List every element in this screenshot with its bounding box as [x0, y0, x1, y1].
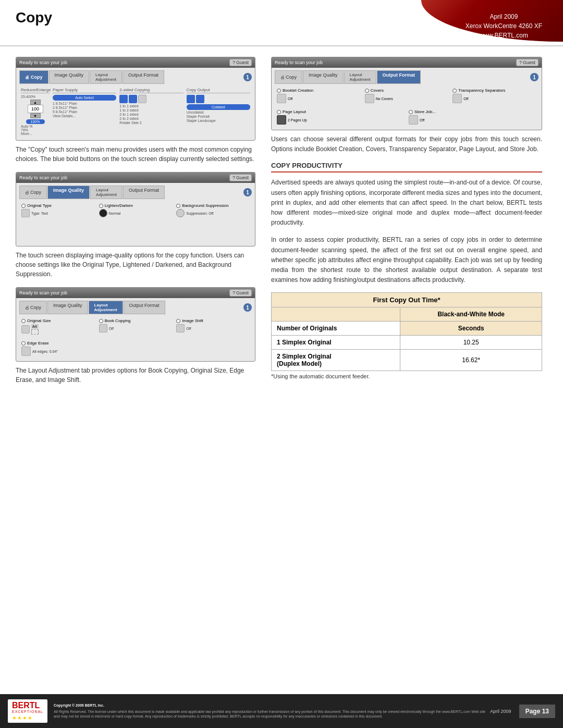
edge-erase-value: All edges: 0.04" — [32, 350, 58, 353]
store-job-icon — [409, 115, 418, 125]
table-row-1-label: 1 Simplex Original — [272, 336, 400, 350]
image-shift-icon — [176, 324, 185, 332]
lighten-darken-section: Lighten/Darken Normal — [99, 203, 173, 241]
covers-value: No Covers — [376, 97, 393, 101]
table-empty-header — [272, 307, 400, 322]
lighten-label: Lighten/Darken — [105, 203, 133, 208]
bg-suppression-radio[interactable] — [176, 204, 180, 208]
paper-5[interactable]: 5 8.5x11" Plain — [53, 110, 116, 114]
main-content: Ready to scan your job ? Guest 🖨 Copy Im… — [0, 46, 563, 403]
guest-btn-2[interactable]: ? Guest — [229, 174, 252, 181]
two-sided-1to2[interactable]: 1 to 2 sided — [119, 108, 183, 112]
output-uncollated[interactable]: Uncollated — [187, 110, 250, 114]
tab-output-format-1[interactable]: Output Format — [123, 70, 164, 84]
footer-legal: Copyright © 2009 BERTL Inc. All Rights R… — [54, 703, 490, 719]
reduce-auto[interactable]: Auto % — [21, 125, 50, 128]
guest-btn-4[interactable]: ? Guest — [516, 59, 538, 66]
guest-btn-3[interactable]: ? Guest — [229, 289, 252, 297]
copy-panel-4: Ready to scan your job ? Guest 🖨 Copy Im… — [271, 57, 542, 130]
tab-layout-4[interactable]: LayoutAdjustment — [344, 70, 376, 84]
panel1-header: Ready to scan your job ? Guest — [16, 57, 255, 68]
tab-number-4: 1 — [530, 73, 538, 81]
bg-suppression-label: Background Suppression — [182, 203, 228, 208]
lighten-radio[interactable] — [99, 204, 103, 208]
tab-layout-3[interactable]: LayoutAdjustment — [89, 301, 123, 314]
star-1: ★ — [12, 715, 17, 721]
paper-1[interactable]: 1 8.5x11" Plain — [53, 102, 116, 105]
tab-output-format-2[interactable]: Output Format — [123, 186, 165, 199]
page-layout-radio[interactable] — [277, 110, 281, 114]
booklet-icon — [277, 94, 286, 103]
guest-btn-1[interactable]: ? Guest — [229, 59, 252, 66]
output-collated[interactable]: Collated — [187, 104, 250, 110]
original-type-radio[interactable] — [21, 204, 26, 208]
tab-copy-2[interactable]: 🖨 Copy — [19, 186, 47, 199]
reduce-label: Reduce/Enlarge — [21, 88, 50, 93]
original-size-icon — [21, 325, 30, 334]
tab-layout-1[interactable]: LayoutAdjustment — [90, 70, 122, 84]
output-staple-portrait[interactable]: Staple Portrait — [187, 115, 250, 118]
store-job-value: Off — [420, 118, 424, 122]
edge-erase-radio[interactable] — [21, 341, 26, 346]
ready-text-1: Ready to scan your job — [19, 60, 67, 65]
page-footer: BERTL EXCEPTIONAL ★ ★ ★ ★ Copyright © 20… — [0, 694, 563, 728]
paper-auto[interactable]: Auto Select — [53, 95, 116, 101]
tab-image-quality-4[interactable]: Image Quality — [303, 70, 344, 84]
book-copying-radio[interactable] — [99, 319, 103, 323]
two-sided-1to1[interactable]: 1 to 1 sided — [119, 104, 183, 108]
bg-value: Suppression: Off — [186, 212, 213, 215]
tab-output-format-4[interactable]: Output Format — [377, 70, 421, 84]
page-layout-icon — [277, 115, 286, 125]
reduce-more[interactable]: More... — [21, 132, 50, 135]
output-icon-1 — [187, 95, 195, 103]
panel4-header: Ready to scan your job ? Guest — [272, 57, 542, 68]
reduce-value[interactable]: 100 — [28, 105, 43, 113]
original-size-label: Original Size — [27, 318, 51, 323]
reduce-up[interactable]: ▲ — [30, 100, 41, 105]
tab-copy-3[interactable]: 🖨 Copy — [19, 301, 47, 314]
logo-sub: EXCEPTIONAL — [12, 710, 43, 713]
two-sided-2to1[interactable]: 2 to 1 sided — [119, 113, 183, 116]
original-size-radio[interactable] — [21, 319, 26, 323]
image-shift-radio[interactable] — [176, 319, 180, 323]
image-shift-label: Image Shift — [182, 318, 203, 323]
two-sided-2to2[interactable]: 2 to 2 sided — [119, 117, 183, 120]
page-layout-value: 2 Pages Up — [288, 118, 307, 122]
reduce-78[interactable]: 78% — [21, 128, 50, 132]
store-job-radio[interactable] — [409, 110, 413, 114]
tab-output-format-3[interactable]: Output Format — [124, 301, 165, 314]
two-sided-rotate[interactable]: Rotate Side 2 — [119, 121, 183, 125]
reduce-100[interactable]: 100% — [26, 119, 45, 124]
page-layout-section: Page Layout 2 Pages Up — [277, 109, 405, 125]
table-row-header-col: Number of Originals — [272, 322, 400, 336]
page-layout-label: Page Layout — [283, 109, 306, 114]
original-type-icon — [21, 209, 30, 217]
table-row-2-value: 16.62* — [400, 350, 542, 371]
transparency-section: Transparency Separators Off — [452, 88, 536, 103]
image-shift-value: Off — [186, 327, 191, 330]
right-description-2: Advertised speeds are always quoted usin… — [271, 178, 542, 228]
paper-view[interactable]: View Details... — [53, 114, 116, 118]
transparency-radio[interactable] — [452, 89, 457, 93]
tab-image-quality-2[interactable]: Image Quality — [47, 186, 90, 199]
logo-text: BERTL — [12, 701, 43, 710]
image-shift-section: Image Shift Off — [176, 318, 250, 335]
output-staple-landscape[interactable]: Staple Landscape — [187, 119, 250, 122]
panel3-header: Ready to scan your job ? Guest — [16, 288, 255, 298]
tab-copy-1[interactable]: 🖨 Copy — [19, 70, 48, 84]
tab-image-quality-3[interactable]: Image Quality — [47, 301, 88, 314]
paper-2[interactable]: 2 8.5x11" Plain — [53, 106, 116, 109]
book-icon — [99, 324, 107, 332]
reduce-down[interactable]: ▼ — [30, 113, 41, 118]
booklet-radio[interactable] — [277, 89, 281, 93]
tab-copy-4[interactable]: 🖨 Copy — [275, 70, 302, 84]
tab-image-quality-1[interactable]: Image Quality — [49, 70, 90, 84]
transparency-icon — [452, 94, 462, 103]
covers-radio[interactable] — [365, 89, 369, 93]
copy-panel-3: Ready to scan your job ? Guest 🖨 Copy Im… — [16, 287, 255, 362]
table-title: First Copy Out Time* — [272, 293, 542, 307]
transparency-value: Off — [463, 97, 468, 101]
table-col-subheader: Seconds — [400, 322, 542, 336]
tab-layout-2[interactable]: LayoutAdjustment — [90, 186, 123, 199]
copy-output-section: Copy Output Collated Uncollated Staple P… — [187, 88, 250, 135]
